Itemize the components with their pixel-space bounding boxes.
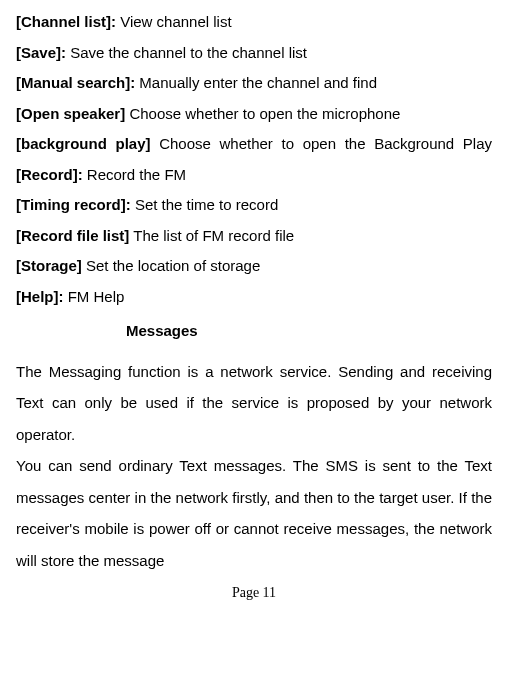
entry-description: Choose whether to open the Background Pl…	[151, 135, 493, 152]
definition-entry: [Save]: Save the channel to the channel …	[16, 39, 492, 68]
entry-label: [Record file list]	[16, 227, 129, 244]
definition-entry: [Manual search]: Manually enter the chan…	[16, 69, 492, 98]
entry-description: FM Help	[64, 288, 125, 305]
entry-description: View channel list	[116, 13, 232, 30]
entry-description: Choose whether to open the microphone	[125, 105, 400, 122]
entry-description: Save the channel to the channel list	[66, 44, 307, 61]
entry-label: [Save]:	[16, 44, 66, 61]
entry-label: [Channel list]:	[16, 13, 116, 30]
entry-label: [Manual search]:	[16, 74, 135, 91]
definition-entry: [background play] Choose whether to open…	[16, 130, 492, 159]
definition-entry: [Storage] Set the location of storage	[16, 252, 492, 281]
definition-list: [Channel list]: View channel list[Save]:…	[16, 8, 492, 311]
definition-entry: [Open speaker] Choose whether to open th…	[16, 100, 492, 129]
page-number: Page 11	[16, 580, 492, 607]
entry-label: [Record]:	[16, 166, 83, 183]
entry-description: Set the location of storage	[82, 257, 260, 274]
section-heading: Messages	[126, 317, 492, 346]
definition-entry: [Help]: FM Help	[16, 283, 492, 312]
entry-label: [Storage]	[16, 257, 82, 274]
body-paragraph: You can send ordinary Text messages. The…	[16, 450, 492, 576]
definition-entry: [Timing record]: Set the time to record	[16, 191, 492, 220]
entry-label: [background play]	[16, 135, 151, 152]
entry-label: [Timing record]:	[16, 196, 131, 213]
entry-label: [Open speaker]	[16, 105, 125, 122]
entry-description: Set the time to record	[131, 196, 279, 213]
definition-entry: [Channel list]: View channel list	[16, 8, 492, 37]
definition-entry: [Record file list] The list of FM record…	[16, 222, 492, 251]
entry-label: [Help]:	[16, 288, 64, 305]
body-paragraph: The Messaging function is a network serv…	[16, 356, 492, 451]
definition-entry: [Record]: Record the FM	[16, 161, 492, 190]
body-paragraphs: The Messaging function is a network serv…	[16, 356, 492, 577]
entry-description: Manually enter the channel and find	[135, 74, 377, 91]
entry-description: The list of FM record file	[129, 227, 294, 244]
entry-description: Record the FM	[83, 166, 186, 183]
